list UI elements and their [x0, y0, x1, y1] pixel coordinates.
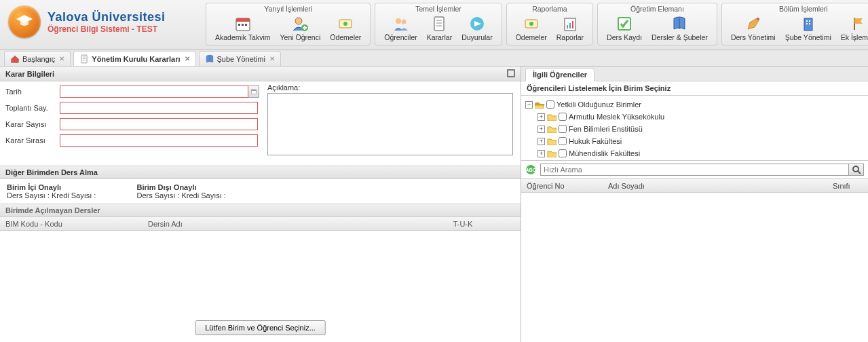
tab-label: Başlangıç	[22, 55, 55, 63]
ribbon-group-title: Öğretim Elemanı	[598, 3, 717, 14]
ribbon-ek-islemler[interactable]: Ek İşlemler	[836, 14, 868, 43]
ribbon-ders-kaydi[interactable]: Ders Kaydı	[602, 14, 647, 43]
ribbon-group: Öğretim ElemanıDers KaydıDersler & Şubel…	[597, 3, 717, 45]
panel-maximize-button[interactable]	[507, 69, 515, 79]
yeni-ogrenci-icon	[292, 16, 308, 32]
ribbon-dersler-subeler[interactable]: Dersler & Şubeler	[647, 14, 713, 43]
tree-label: Mühendislik Fakültesi	[569, 149, 640, 157]
tarih-input[interactable]	[60, 86, 248, 98]
right-tabstrip: İlgili Öğrenciler	[521, 66, 868, 81]
tab-close-icon[interactable]: ✕	[185, 55, 190, 62]
tree-node[interactable]: +Mühendislik Fakültesi	[537, 147, 864, 159]
ribbon: Yarıyıl İşlemleriAkademik TakvimYeni Öğr…	[204, 0, 868, 47]
tab-close-icon[interactable]: ✕	[269, 55, 275, 62]
duyurular-icon	[469, 16, 485, 32]
ribbon-sube-yonetimi[interactable]: Şube Yönetimi	[780, 14, 836, 43]
section-diger-birimden: Diğer Birimden Ders Alma	[0, 166, 521, 179]
tab-ilgili-ogrenciler[interactable]: İlgili Öğrenciler	[525, 68, 595, 81]
birim-tree[interactable]: −Yetkili Olduğunuz Birimler+Armutlu Mesl…	[521, 96, 868, 161]
tree-toggle-icon[interactable]: +	[537, 138, 545, 145]
tree-label: Yetkili Olduğunuz Birimler	[556, 100, 641, 109]
toplanti-input[interactable]	[60, 102, 258, 114]
ribbon-item-label: Akademik Takvim	[215, 33, 271, 41]
ribbon-odemeler2[interactable]: Ödemeler	[511, 14, 552, 43]
tree-node[interactable]: +Fen Bilimleri Enstitüsü	[537, 123, 864, 135]
ogrenciler-icon	[393, 16, 409, 32]
ribbon-group-title: Temel İşlemler	[375, 3, 501, 14]
tree-label: Armutlu Meslek Yüksekokulu	[569, 113, 664, 121]
ribbon-kararlar[interactable]: Kararlar	[422, 14, 457, 43]
ribbon-yeni-ogrenci[interactable]: Yeni Öğrenci	[276, 14, 326, 43]
tree-node[interactable]: −Yetkili Olduğunuz Birimler	[525, 98, 864, 111]
tree-label: Hukuk Fakültesi	[569, 137, 622, 145]
quick-search-input[interactable]	[540, 164, 849, 176]
folder-icon	[547, 149, 556, 157]
ek-islemler-icon	[850, 16, 867, 32]
ribbon-raporlar[interactable]: Raporlar	[552, 14, 588, 43]
app-logo-icon	[8, 5, 41, 38]
tree-toggle-icon[interactable]: +	[537, 113, 545, 121]
odemeler2-icon	[523, 16, 540, 32]
ribbon-item-label: Öğrenciler	[384, 33, 417, 41]
ribbon-item-label: Ders Kaydı	[607, 33, 642, 41]
tree-checkbox[interactable]	[546, 100, 554, 109]
folder-icon	[547, 113, 556, 121]
student-grid-body	[521, 193, 868, 342]
ribbon-akademik-takvim[interactable]: Akademik Takvim	[210, 14, 276, 43]
karar-sayisi-input[interactable]	[60, 118, 258, 130]
col-adi-soyadi: Adı Soyadı	[603, 182, 827, 190]
ribbon-item-label: Kararlar	[427, 33, 452, 41]
ders-kaydi-icon	[616, 16, 633, 32]
tree-checkbox[interactable]	[559, 149, 567, 157]
ribbon-ders-yonetimi[interactable]: Ders Yönetimi	[726, 14, 780, 43]
karar-sirasi-input[interactable]	[60, 134, 258, 147]
ribbon-group: Temel İşlemlerÖğrencilerKararlarDuyurula…	[375, 3, 502, 45]
ribbon-item-label: Dersler & Şubeler	[652, 33, 708, 41]
col-bim-kodu: BIM Kodu - Kodu	[0, 220, 143, 228]
tree-toggle-icon[interactable]: +	[537, 150, 545, 157]
col-ogrenci-no: Öğrenci No	[521, 182, 603, 190]
tree-toggle-icon[interactable]: −	[525, 101, 533, 109]
tab-yonetim-kurulu[interactable]: Yönetim Kurulu Kararları✕	[73, 51, 195, 66]
ribbon-group: RaporlamaÖdemelerRaporlar	[506, 3, 593, 45]
ribbon-group: Bölüm İşlemleriDers YönetimiŞube Yönetim…	[721, 3, 868, 45]
tree-checkbox[interactable]	[559, 137, 567, 145]
select-birim-ogrenci-button[interactable]: Lütfen Birim ve Öğrenci Seçiniz...	[195, 320, 326, 335]
tab-baslangic[interactable]: Başlangıç✕	[4, 51, 71, 66]
ribbon-odemeler1[interactable]: Ödemeler	[325, 14, 366, 43]
baslangic-tab-icon	[10, 54, 20, 64]
folder-icon	[535, 100, 544, 109]
ribbon-item-label: Ek İşlemler	[841, 33, 868, 41]
toplanti-label: Toplantı Say.	[5, 104, 60, 112]
tree-label: Fen Bilimleri Enstitüsü	[569, 125, 643, 133]
col-dersin-adi: Dersin Adı	[143, 220, 405, 228]
sube-yonetimi-icon	[800, 16, 816, 32]
tarih-datepicker-button[interactable]	[248, 86, 259, 98]
app-logo-block: Yalova Üniversitesi Öğrenci Bilgi Sistem…	[0, 0, 204, 43]
tab-close-icon[interactable]: ✕	[59, 55, 64, 62]
aciklama-textarea[interactable]	[267, 93, 513, 155]
quick-search-button[interactable]	[849, 164, 864, 176]
student-grid-header: Öğrenci No Adı Soyadı Sınıfı	[521, 179, 868, 193]
folder-icon	[547, 125, 556, 133]
folder-icon	[547, 137, 556, 145]
tree-toggle-icon[interactable]: +	[537, 126, 545, 133]
ribbon-item-label: Ödemeler	[516, 33, 547, 41]
tree-node[interactable]: +Hukuk Fakültesi	[537, 135, 864, 147]
karar-sirasi-label: Karar Sırası	[5, 136, 60, 145]
tab-label: Yönetim Kurulu Kararları	[92, 55, 180, 63]
dersler-subeler-icon	[671, 16, 687, 32]
ribbon-group-title: Bölüm İşlemleri	[722, 3, 868, 14]
ribbon-group-title: Raporlama	[507, 3, 592, 14]
ders-yonetimi-icon	[745, 16, 761, 32]
tree-checkbox[interactable]	[559, 125, 567, 133]
col-tuk: T-U-K	[405, 220, 521, 228]
tree-checkbox[interactable]	[559, 113, 567, 121]
yonetim-kurulu-tab-icon	[79, 54, 89, 64]
tab-sube-yonetimi[interactable]: Şube Yönetimi✕	[199, 51, 281, 66]
ribbon-duyurular[interactable]: Duyurular	[457, 14, 497, 43]
tree-node[interactable]: +Armutlu Meslek Yüksekokulu	[537, 111, 864, 123]
aciklama-label: Açıklama:	[267, 83, 513, 92]
ribbon-ogrenciler[interactable]: Öğrenciler	[379, 14, 421, 43]
panel-karar-bilgileri-title: Karar Bilgileri	[5, 70, 54, 78]
